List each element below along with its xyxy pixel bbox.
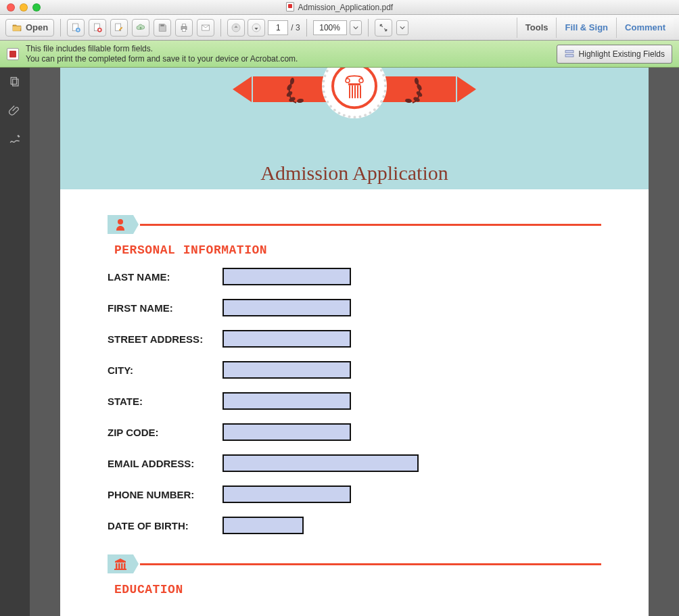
- cloud-button[interactable]: [132, 19, 149, 37]
- input-first-name[interactable]: [223, 299, 351, 316]
- label-zip-code: ZIP CODE:: [108, 427, 223, 438]
- input-last-name[interactable]: [223, 268, 351, 285]
- zoom-dropdown-button[interactable]: [350, 20, 362, 35]
- signatures-panel-button[interactable]: [7, 131, 23, 147]
- pdf-file-icon: [286, 2, 294, 11]
- edit-pdf-button[interactable]: [110, 19, 128, 37]
- highlight-fields-button[interactable]: Highlight Existing Fields: [557, 45, 672, 64]
- document-title: Admission Application: [260, 162, 448, 185]
- input-email[interactable]: [223, 454, 419, 472]
- thumbnails-icon: [8, 76, 22, 89]
- save-icon: [157, 22, 168, 33]
- main-toolbar: Open: [0, 15, 679, 41]
- person-section-icon: [108, 215, 133, 234]
- label-state: STATE:: [108, 396, 223, 407]
- open-button[interactable]: Open: [5, 19, 54, 37]
- zoom-window-button[interactable]: [32, 3, 41, 11]
- cloud-upload-icon: [135, 22, 146, 33]
- signature-icon: [8, 133, 22, 146]
- section-rule: [140, 563, 601, 565]
- header-ribbon: [209, 72, 500, 106]
- svg-rect-14: [11, 78, 16, 85]
- print-icon: [179, 22, 189, 33]
- laurel-left-icon: [280, 72, 314, 106]
- notice-line1: This file includes fillable form fields.: [26, 44, 550, 54]
- email-button[interactable]: [197, 19, 214, 37]
- svg-rect-13: [565, 54, 573, 56]
- page-number-input[interactable]: [268, 20, 288, 35]
- tools-panel-button[interactable]: Tools: [517, 18, 557, 38]
- create-pdf-button[interactable]: [67, 19, 85, 37]
- arrow-up-icon: [231, 22, 241, 33]
- input-dob[interactable]: [223, 517, 304, 534]
- nav-sidebar: [0, 68, 30, 616]
- input-street-address[interactable]: [223, 330, 351, 348]
- view-options-dropdown[interactable]: [396, 20, 408, 35]
- highlight-fields-icon: [564, 49, 575, 60]
- arrow-down-icon: [251, 22, 262, 33]
- building-section-icon: [108, 554, 133, 573]
- notice-message: This file includes fillable form fields.…: [26, 44, 550, 64]
- input-phone[interactable]: [223, 485, 351, 503]
- pdf-form-icon: [7, 48, 19, 60]
- zoom-input[interactable]: [313, 20, 347, 35]
- tools-label: Tools: [525, 22, 548, 32]
- close-window-button[interactable]: [7, 3, 15, 11]
- svg-rect-7: [183, 24, 186, 26]
- label-street-address: STREET ADDRESS:: [108, 333, 223, 345]
- laurel-right-icon: [395, 72, 429, 106]
- svg-rect-8: [183, 28, 186, 31]
- svg-rect-15: [13, 79, 18, 86]
- section-title-education: EDUCATION: [114, 583, 601, 596]
- section-rule: [140, 224, 601, 226]
- form-notice-bar: This file includes fillable form fields.…: [0, 41, 679, 68]
- page-down-button[interactable]: [248, 19, 265, 37]
- document-view[interactable]: Admission Application PERSONAL INFORMATI…: [30, 68, 679, 616]
- convert-pdf-button[interactable]: [89, 19, 106, 37]
- window-titlebar: Admission_Application.pdf: [0, 0, 679, 15]
- svg-rect-36: [118, 563, 120, 569]
- svg-point-26: [346, 78, 350, 82]
- read-mode-button[interactable]: [375, 19, 392, 37]
- expand-icon: [378, 22, 389, 33]
- print-button[interactable]: [175, 19, 193, 37]
- svg-rect-37: [121, 563, 123, 569]
- svg-point-27: [359, 78, 363, 82]
- label-city: CITY:: [108, 364, 223, 376]
- pdf-page: Admission Application PERSONAL INFORMATI…: [60, 68, 649, 616]
- comment-panel-button[interactable]: Comment: [616, 18, 674, 38]
- input-zip-code[interactable]: [223, 423, 351, 441]
- attachments-panel-button[interactable]: [7, 103, 23, 119]
- create-pdf-icon: [70, 22, 81, 33]
- section-title-personal: PERSONAL INFORMATION: [114, 243, 601, 257]
- comment-label: Comment: [625, 22, 665, 32]
- svg-rect-12: [565, 50, 573, 52]
- fill-sign-label: Fill & Sign: [565, 22, 608, 32]
- page-count-label: / 3: [291, 23, 300, 32]
- svg-point-34: [118, 219, 123, 224]
- column-icon: [340, 71, 369, 101]
- crest-seal: [322, 68, 387, 118]
- minimize-window-button[interactable]: [20, 3, 28, 11]
- label-first-name: FIRST NAME:: [108, 302, 223, 314]
- section-header-education: [108, 554, 601, 573]
- window-title-text: Admission_Application.pdf: [298, 3, 393, 12]
- window-controls: [0, 3, 41, 11]
- save-button[interactable]: [154, 19, 171, 37]
- svg-rect-39: [114, 569, 126, 570]
- svg-rect-38: [124, 563, 126, 569]
- svg-rect-5: [161, 24, 164, 26]
- svg-point-25: [405, 98, 413, 103]
- open-button-label: Open: [26, 22, 48, 32]
- fill-sign-panel-button[interactable]: Fill & Sign: [556, 18, 616, 38]
- paperclip-icon: [8, 104, 22, 118]
- page-up-button[interactable]: [227, 19, 245, 37]
- thumbnails-panel-button[interactable]: [7, 74, 23, 91]
- label-phone: PHONE NUMBER:: [108, 489, 223, 500]
- input-state[interactable]: [223, 392, 351, 410]
- edit-icon: [114, 22, 124, 33]
- notice-line2: You can print the completed form and sav…: [26, 54, 550, 64]
- chevron-down-icon: [353, 25, 358, 30]
- window-title: Admission_Application.pdf: [0, 2, 679, 12]
- input-city[interactable]: [223, 361, 351, 379]
